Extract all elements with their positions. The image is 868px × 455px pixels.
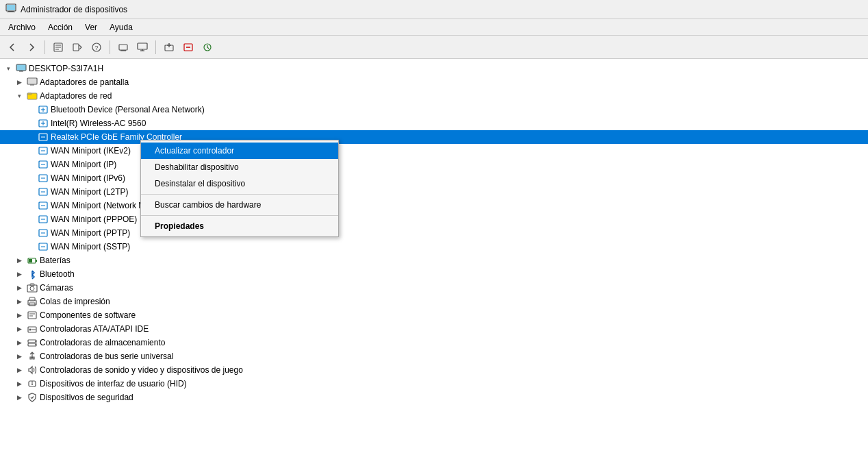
tree-root[interactable]: ▾ DESKTOP-S3I7A1H — [0, 62, 868, 75]
wan-icon-1 — [38, 145, 49, 156]
toolbar-sep-1 — [44, 40, 45, 54]
show-hidden-button[interactable] — [115, 39, 131, 56]
expand-sec-icon: ▶ — [14, 392, 25, 403]
menu-ayuda[interactable]: Ayuda — [104, 21, 138, 34]
properties-button[interactable] — [50, 39, 66, 56]
tree-wan-l2tp[interactable]: ▶ WAN Miniport (L2TP) — [0, 185, 868, 199]
tree-baterias[interactable]: ▶ Baterías — [0, 254, 868, 267]
network-adapters-label: Adaptadores de red — [40, 91, 112, 101]
title-bar-text: Administrador de dispositivos — [21, 5, 127, 14]
svg-rect-11 — [119, 45, 127, 50]
svg-rect-3 — [7, 5, 15, 10]
camaras-label: Cámaras — [40, 283, 73, 293]
ctx-actualizar[interactable]: Actualizar controlador — [141, 143, 338, 159]
usb-label: Controladoras de bus serie universal — [40, 352, 173, 361]
svg-rect-2 — [7, 12, 15, 12]
scan-changes-button[interactable] — [199, 39, 216, 56]
storage-label: Controladoras de almacenamiento — [40, 338, 165, 347]
expand-bat-icon: ▶ — [14, 255, 25, 266]
ctx-sep-2 — [141, 215, 338, 216]
wan-icon-6 — [38, 214, 49, 225]
tree-sound[interactable]: ▶ Controladoras de sonido y vídeo y disp… — [0, 363, 868, 377]
computer-button[interactable] — [134, 39, 151, 56]
svg-point-67 — [29, 329, 31, 331]
ctx-buscar[interactable]: Buscar cambios de hardware — [141, 197, 338, 213]
root-label: DESKTOP-S3I7A1H — [29, 64, 103, 73]
computer-icon — [16, 63, 27, 74]
tree-display-adapters[interactable]: ▶ Adaptadores de pantalla — [0, 75, 868, 89]
intel-wireless-label: Intel(R) Wireless-AC 9560 — [51, 119, 146, 128]
bluetooth-label: Bluetooth — [40, 269, 75, 279]
expand-hid-icon: ▶ — [14, 378, 25, 389]
tree-storage[interactable]: ▶ Controladoras de almacenamiento — [0, 336, 868, 349]
ctx-sep-1 — [141, 194, 338, 195]
forward-button[interactable] — [23, 39, 40, 56]
expand-cam-icon: ▶ — [14, 282, 25, 293]
ata-label: Controladoras ATA/ATAPI IDE — [40, 324, 149, 334]
tree-wan-netmon[interactable]: ▶ WAN Miniport (Network Monitor) — [0, 199, 868, 212]
printer-icon — [27, 296, 38, 307]
remove-device-button[interactable] — [180, 39, 196, 56]
tree-wan-ip[interactable]: ▶ WAN Miniport (IP) — [0, 158, 868, 171]
menu-ver[interactable]: Ver — [79, 21, 103, 34]
tree-camaras[interactable]: ▶ Cámaras — [0, 281, 868, 295]
wan-pppoe-label: WAN Miniport (PPPOE) — [51, 214, 137, 224]
toolbar-sep-2 — [110, 40, 110, 54]
battery-icon — [27, 255, 38, 266]
expand-display-icon: ▶ — [14, 77, 25, 88]
tree-ata[interactable]: ▶ Controladoras ATA/ATAPI IDE — [0, 322, 868, 336]
sound-icon — [27, 365, 38, 376]
svg-point-72 — [35, 344, 36, 345]
hid-icon — [27, 378, 38, 389]
back-button[interactable] — [4, 39, 21, 56]
ctx-deshabilitar[interactable]: Deshabilitar dispositivo — [141, 159, 338, 175]
tree-network-adapters[interactable]: ▾ Adaptadores de red — [0, 89, 868, 103]
storage-icon — [27, 337, 38, 348]
ata-icon — [27, 323, 38, 334]
tree-wan-pppoe[interactable]: ▶ WAN Miniport (PPPOE) — [0, 212, 868, 226]
expand-ata-icon: ▶ — [14, 323, 25, 334]
ctx-desinstalar[interactable]: Desinstalar el dispositivo — [141, 175, 338, 192]
title-bar-icon — [5, 3, 16, 16]
software-label: Componentes de software — [40, 310, 136, 320]
help-button[interactable]: ? — [88, 39, 105, 56]
tree-usb[interactable]: ▶ Controladoras de bus serie universal — [0, 349, 868, 363]
wan-icon-2 — [38, 159, 49, 170]
wan-icon-8 — [38, 241, 49, 252]
add-device-button[interactable] — [161, 39, 177, 56]
menu-archivo[interactable]: Archivo — [3, 21, 41, 34]
tree-bluetooth[interactable]: ▶ Bluetooth — [0, 267, 868, 281]
tree-intel-wireless[interactable]: ▶ Intel(R) Wireless-AC 9560 — [0, 116, 868, 130]
security-label: Dispositivos de seguridad — [40, 393, 133, 402]
svg-rect-13 — [138, 43, 147, 49]
tree-software[interactable]: ▶ Componentes de software — [0, 308, 868, 322]
usb-icon — [27, 351, 38, 362]
ctx-propiedades[interactable]: Propiedades — [141, 218, 338, 234]
tree-wan-ikev2[interactable]: ▶ WAN Miniport (IKEv2) — [0, 144, 868, 158]
tree-security[interactable]: ▶ Dispositivos de seguridad — [0, 391, 868, 404]
hid-label: Dispositivos de interfaz de usuario (HID… — [40, 379, 187, 389]
svg-line-77 — [32, 397, 34, 399]
tree-bluetooth-device[interactable]: ▶ Bluetooth Device (Personal Area Networ… — [0, 103, 868, 116]
wan-pptp-label: WAN Miniport (PPTP) — [51, 228, 130, 238]
update-driver-button[interactable] — [69, 39, 86, 56]
tree-wan-ipv6[interactable]: ▶ WAN Miniport (IPv6) — [0, 171, 868, 185]
expand-sw-icon: ▶ — [14, 310, 25, 321]
expand-print-icon: ▶ — [14, 296, 25, 307]
expand-sound-icon: ▶ — [14, 365, 25, 376]
network-device-icon — [38, 104, 49, 115]
tree-realtek[interactable]: ▶ Realtek PCIe GbE Family Controller — [0, 130, 868, 144]
toolbar-sep-3 — [155, 40, 156, 54]
tree-colas[interactable]: ▶ Colas de impresión — [0, 295, 868, 308]
tree-wan-sstp[interactable]: ▶ WAN Miniport (SSTP) — [0, 240, 868, 254]
svg-point-71 — [35, 341, 36, 342]
tree-wan-pptp[interactable]: ▶ WAN Miniport (PPTP) — [0, 226, 868, 240]
wan-ip-label: WAN Miniport (IP) — [51, 160, 116, 169]
menu-accion[interactable]: Acción — [42, 21, 78, 34]
device-tree[interactable]: ▾ DESKTOP-S3I7A1H ▶ Adaptadores de p — [0, 59, 868, 455]
svg-rect-12 — [120, 50, 126, 51]
tree-hid[interactable]: ▶ Dispositivos de interfaz de usuario (H… — [0, 377, 868, 391]
expand-root-icon: ▾ — [3, 63, 14, 74]
svg-rect-55 — [36, 260, 37, 262]
menu-bar: Archivo Acción Ver Ayuda — [0, 19, 868, 36]
